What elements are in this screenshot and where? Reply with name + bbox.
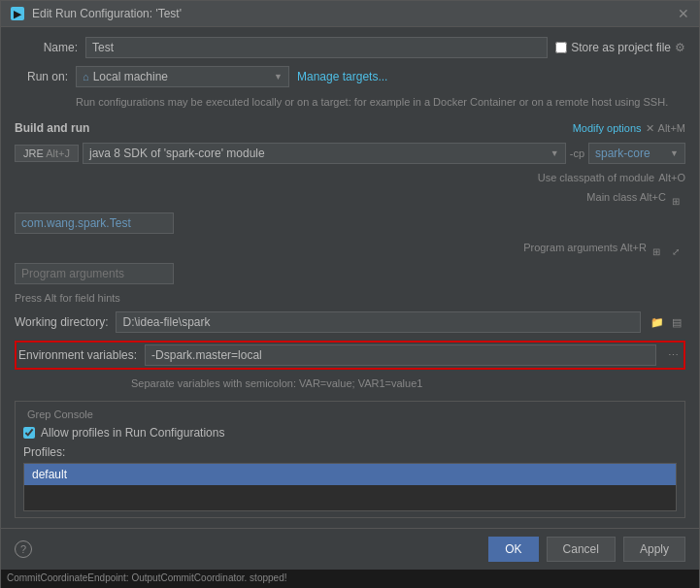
dialog-title: Edit Run Configuration: 'Test' <box>32 7 670 20</box>
classpath-label-row: Use classpath of module Alt+O <box>15 172 685 183</box>
main-class-section: Main class Alt+C ⊞ <box>15 191 685 234</box>
profiles-label: Profiles: <box>23 445 677 459</box>
edit-run-configuration-dialog: ▶ Edit Run Configuration: 'Test' ✕ Name:… <box>0 0 700 588</box>
working-dir-folder-icon[interactable]: ▤ <box>668 313 685 331</box>
cancel-button[interactable]: Cancel <box>547 537 616 562</box>
jre-button[interactable]: JRE Alt+J <box>15 145 79 162</box>
working-dir-icons: 📁 ▤ <box>649 313 685 331</box>
footer-buttons: OK Cancel Apply <box>488 537 685 562</box>
working-dir-label: Working directory: <box>15 315 108 329</box>
main-class-label-row: Main class Alt+C ⊞ <box>15 191 685 211</box>
dropdown-arrow-icon: ▼ <box>274 72 283 82</box>
prog-popout-icon[interactable]: ⤢ <box>666 242 685 261</box>
classpath-dropdown[interactable]: spark-core ▼ <box>588 143 685 164</box>
env-vars-row: Environment variables: ⋯ <box>15 341 685 370</box>
profiles-list: default <box>23 463 677 511</box>
sdk-dropdown[interactable]: java 8 SDK of 'spark-core' module ▼ <box>83 143 566 164</box>
sdk-row: JRE Alt+J java 8 SDK of 'spark-core' mod… <box>15 143 685 164</box>
title-bar: ▶ Edit Run Configuration: 'Test' ✕ <box>1 1 699 27</box>
dialog-footer: ? OK Cancel Apply <box>1 528 699 570</box>
bottom-bar-text: CommitCoordinateEndpoint: OutputCommitCo… <box>1 570 699 586</box>
env-vars-input[interactable] <box>145 344 656 366</box>
close-button[interactable]: ✕ <box>678 7 689 20</box>
ok-button[interactable]: OK <box>488 537 538 562</box>
apply-button[interactable]: Apply <box>623 537 685 562</box>
program-args-input[interactable] <box>15 263 174 284</box>
run-on-row: Run on: ⌂ Local machine ▼ Manage targets… <box>15 66 685 87</box>
classpath-label: Use classpath of module <box>538 172 654 183</box>
name-store-row: Name: Store as project file ⚙ <box>15 37 685 58</box>
prog-args-label: Program arguments Alt+R <box>523 242 647 261</box>
alt-hint: Press Alt for field hints <box>15 292 685 304</box>
main-class-input[interactable] <box>15 212 174 234</box>
home-icon: ⌂ <box>83 71 89 82</box>
prog-expand-icon[interactable]: ⊞ <box>647 242 666 261</box>
allow-profiles-label: Allow profiles in Run Configurations <box>41 426 224 440</box>
allow-profiles-checkbox[interactable] <box>23 427 35 439</box>
cp-dropdown-arrow-icon: ▼ <box>670 148 679 158</box>
run-on-hint: Run configurations may be executed local… <box>76 95 685 110</box>
allow-profiles-row: Allow profiles in Run Configurations <box>23 426 677 440</box>
grep-console-title: Grep Console <box>23 408 97 420</box>
store-project-row: Store as project file ⚙ <box>555 41 685 54</box>
env-hint: Separate variables with semicolon: VAR=v… <box>131 377 685 389</box>
modify-shortcut-key: Alt+M <box>658 122 685 134</box>
classpath-value: spark-core <box>595 147 650 160</box>
env-browse-icon[interactable]: ⋯ <box>664 346 682 364</box>
build-run-header: Build and run Modify options ✕ Alt+M <box>15 121 685 135</box>
name-input[interactable] <box>85 37 548 58</box>
run-on-label: Run on: <box>15 70 68 83</box>
name-label: Name: <box>15 41 78 54</box>
program-args-section: Program arguments Alt+R ⊞ ⤢ <box>15 242 685 284</box>
run-on-dropdown[interactable]: ⌂ Local machine ▼ <box>76 66 289 87</box>
grep-console-section: Grep Console Allow profiles in Run Confi… <box>15 401 685 518</box>
store-label: Store as project file <box>571 41 671 54</box>
profile-default[interactable]: default <box>24 464 676 485</box>
modify-shortcut: ✕ <box>646 122 654 135</box>
modify-options: Modify options ✕ Alt+M <box>573 122 685 135</box>
manage-targets-link[interactable]: Manage targets... <box>297 70 387 83</box>
working-dir-row: Working directory: 📁 ▤ <box>15 311 685 333</box>
sdk-dropdown-arrow-icon: ▼ <box>550 148 559 158</box>
run-on-value: Local machine <box>93 70 168 83</box>
help-button[interactable]: ? <box>15 540 32 558</box>
dialog-icon: ▶ <box>11 7 24 20</box>
env-vars-label: Environment variables: <box>18 348 137 362</box>
main-class-label: Main class Alt+C <box>586 191 666 211</box>
section-title: Build and run <box>15 121 89 135</box>
store-checkbox[interactable] <box>555 42 567 53</box>
sdk-text: java 8 SDK of 'spark-core' module <box>89 147 265 160</box>
classpath-shortcut: Alt+O <box>658 172 685 183</box>
expand-icon[interactable]: ⊞ <box>666 191 685 211</box>
cp-flag: -cp <box>570 147 584 159</box>
modify-options-link[interactable]: Modify options <box>573 122 642 134</box>
working-dir-browse-icon[interactable]: 📁 <box>649 313 666 331</box>
gear-icon[interactable]: ⚙ <box>675 41 685 54</box>
dialog-body: Name: Store as project file ⚙ Run on: ⌂ … <box>1 27 699 528</box>
bottom-bar: CommitCoordinateEndpoint: OutputCommitCo… <box>1 570 699 588</box>
working-dir-input[interactable] <box>116 311 641 333</box>
prog-args-label-row: Program arguments Alt+R ⊞ ⤢ <box>15 242 685 261</box>
